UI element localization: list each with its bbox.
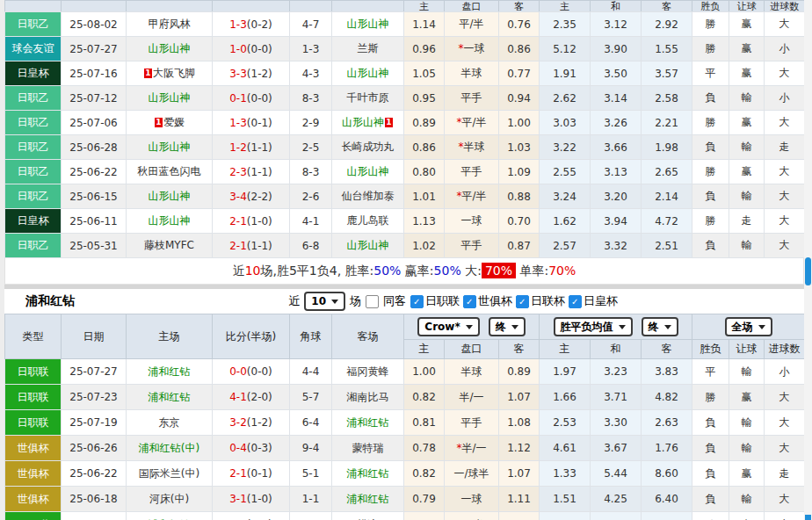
same-away-label: 同客 bbox=[383, 293, 406, 309]
column-header: 和 bbox=[591, 340, 642, 359]
eu-draw-odds: 3.94 bbox=[591, 209, 642, 234]
eu-home-odds: 1.91 bbox=[540, 61, 591, 86]
red-card-icon: 1 bbox=[155, 118, 163, 127]
ah-away-odds: 1.03 bbox=[499, 135, 540, 160]
date-cell: 25-06-22 bbox=[62, 160, 127, 184]
result-handicap-cell: 赢 bbox=[729, 37, 765, 61]
result-goals-cell: 大 bbox=[765, 184, 805, 209]
eu-away-odds: 2.65 bbox=[642, 160, 692, 184]
corner-cell: 6-8 bbox=[290, 234, 332, 258]
ah-away-odds: 0.77 bbox=[499, 61, 540, 86]
result-goals-cell: 大 bbox=[765, 487, 805, 512]
result-goals-cell: 大 bbox=[765, 61, 805, 86]
result-goals-cell: 小 bbox=[765, 86, 805, 111]
result-wdl-cell: 勝 bbox=[692, 111, 729, 135]
match-row: 日皇杯25-06-11山形山神2-1(1-0)4-1鹿儿岛联1.13一球0.70… bbox=[5, 209, 805, 234]
result-wdl-cell: 勝 bbox=[692, 512, 729, 520]
result-handicap-cell: 赢 bbox=[729, 12, 765, 37]
header-spacer bbox=[127, 1, 213, 12]
league-cell: 日皇杯 bbox=[5, 209, 62, 234]
column-header: 客 bbox=[642, 1, 692, 12]
score-cell: 2-3(1-1) bbox=[213, 160, 290, 184]
league-filter-checkbox[interactable] bbox=[463, 295, 476, 308]
ah-home-odds: 0.80 bbox=[404, 160, 445, 184]
date-cell: 25-07-12 bbox=[62, 86, 127, 111]
summary-segment: 50% bbox=[434, 264, 461, 278]
chevron-down-icon bbox=[758, 325, 765, 329]
ah-home-odds: 0.79 bbox=[404, 487, 445, 512]
column-header: 客场 bbox=[332, 314, 404, 359]
time-select[interactable]: 终 bbox=[489, 317, 526, 336]
column-header: 主 bbox=[404, 340, 445, 359]
away-team-cell: 福冈黄蜂 bbox=[332, 359, 404, 385]
corner-cell: 4-1 bbox=[290, 209, 332, 234]
match-row: 日职乙25-06-15山形山神3-4(2-2)2-6仙台维加泰1.01*平/半0… bbox=[5, 184, 805, 209]
corner-cell: 8-6 bbox=[290, 512, 332, 520]
match-row: 球会友谊25-07-27山形山神1-0(0-0)1-3兰斯0.96*一球0.86… bbox=[5, 37, 805, 61]
score-cell: 1-2(1-1) bbox=[213, 135, 290, 160]
summary-segment: 场,胜5平1负4, 胜率: bbox=[261, 264, 374, 278]
result-handicap-cell: 輸 bbox=[729, 487, 765, 512]
scrollbar-thumb[interactable] bbox=[805, 257, 811, 285]
scope-select[interactable]: 全场 bbox=[725, 317, 772, 336]
eu-away-odds: 2.58 bbox=[642, 86, 692, 111]
score-cell: 1-3(0-1) bbox=[213, 111, 290, 135]
ah-home-odds: 0.89 bbox=[404, 111, 445, 135]
result-wdl-cell: 平 bbox=[692, 61, 729, 86]
result-goals-cell: 走 bbox=[765, 135, 805, 160]
score-cell: 2-1(1-1) bbox=[213, 234, 290, 258]
league-filter-checkbox[interactable] bbox=[569, 295, 582, 308]
eu-home-odds: 5.12 bbox=[540, 37, 591, 61]
ah-home-odds: 0.95 bbox=[404, 86, 445, 111]
result-wdl-cell: 勝 bbox=[692, 160, 729, 184]
red-card-icon: 1 bbox=[144, 69, 152, 78]
ah-home-odds: 1.14 bbox=[404, 12, 445, 37]
result-wdl-cell: 負 bbox=[692, 234, 729, 258]
away-team-cell: 鹿儿岛联 bbox=[332, 209, 404, 234]
ah-away-odds: 1.08 bbox=[499, 410, 540, 436]
header-spacer bbox=[62, 1, 127, 12]
result-wdl-cell: 負 bbox=[692, 436, 729, 461]
result-wdl-cell: 負 bbox=[692, 86, 729, 111]
handicap-cell: *平/半 bbox=[445, 184, 499, 209]
eu-away-odds: 2.63 bbox=[642, 410, 692, 436]
corner-cell: 8-3 bbox=[290, 160, 332, 184]
league-filter-label: 日职联 bbox=[425, 293, 460, 309]
league-filter-checkbox[interactable] bbox=[516, 295, 529, 308]
match-row: 日职乙25-06-28山形山神1-2(1-1)2-5长崎成功丸0.86*半球1.… bbox=[5, 135, 805, 160]
same-away-checkbox[interactable] bbox=[366, 295, 379, 308]
result-wdl-cell: 負 bbox=[692, 487, 729, 512]
corner-cell: 4-4 bbox=[290, 359, 332, 385]
result-goals-cell: 大 bbox=[765, 512, 805, 520]
chevron-down-icon bbox=[511, 325, 518, 329]
away-team-cell: 山形山神 bbox=[332, 61, 404, 86]
home-team-cell: 浦和红钻 bbox=[127, 512, 213, 520]
league-filter-checkbox[interactable] bbox=[410, 295, 424, 308]
result-handicap-cell: 赢 bbox=[729, 512, 765, 520]
match-row: 日职乙25-07-12山形山神0-1(0-0)8-3千叶市原0.95平手0.94… bbox=[5, 86, 805, 111]
league-cell: 日职乙 bbox=[5, 12, 62, 37]
result-handicap-cell: 輸 bbox=[729, 135, 765, 160]
result-wdl-cell: 負 bbox=[692, 410, 729, 436]
eu-draw-odds: 3.71 bbox=[591, 385, 642, 410]
handicap-cell: 一球 bbox=[445, 487, 499, 512]
scrollbar-bottom-fragment bbox=[805, 515, 811, 520]
score-cell: 4-1(2-0) bbox=[213, 385, 290, 410]
corner-cell: 5-7 bbox=[290, 385, 332, 410]
corner-cell: 2-9 bbox=[290, 111, 332, 135]
time-select[interactable]: 终 bbox=[642, 317, 678, 336]
odds-type-select[interactable]: 胜平负均值 bbox=[554, 317, 633, 336]
handicap-cell: 半球 bbox=[445, 359, 499, 385]
result-goals-cell: 大 bbox=[765, 209, 805, 234]
ah-home-odds: 1.05 bbox=[404, 61, 445, 86]
bookmaker-select[interactable]: Crow* bbox=[417, 317, 479, 336]
date-cell: 25-08-02 bbox=[62, 12, 127, 37]
ah-home-odds: 0.88 bbox=[404, 512, 445, 520]
games-count-select[interactable]: 10 bbox=[304, 292, 345, 311]
corner-cell: 6-4 bbox=[290, 410, 332, 436]
match-row: 日皇杯25-07-161大阪飞脚3-3(1-2)4-3山形山神1.05半球0.7… bbox=[5, 61, 805, 86]
eu-away-odds: 4.72 bbox=[642, 209, 692, 234]
result-goals-cell: 大 bbox=[765, 234, 805, 258]
result-wdl-cell: 勝 bbox=[692, 37, 729, 61]
scrollbar-track[interactable] bbox=[804, 0, 812, 520]
